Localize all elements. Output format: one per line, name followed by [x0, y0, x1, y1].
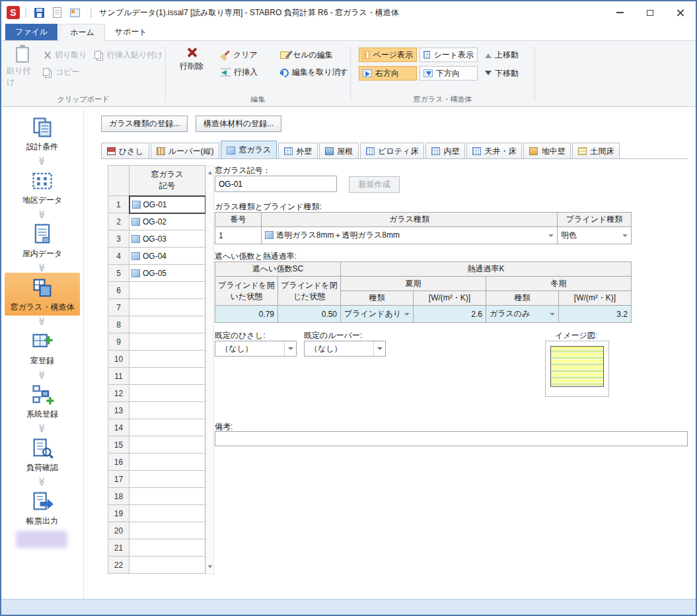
row-number-cell[interactable]: 13: [108, 402, 129, 419]
tab-pilotis-floor[interactable]: ピロティ床: [360, 143, 424, 159]
row-number-cell[interactable]: 16: [108, 454, 129, 471]
sidebar-item-indoor-data[interactable]: 屋内データ: [5, 219, 80, 262]
register-glass-types-button[interactable]: ガラス種類の登録...: [101, 116, 188, 132]
tab-exterior-wall[interactable]: 外壁: [278, 143, 318, 159]
scroll-up-icon[interactable]: [208, 169, 212, 174]
page-view-toggle[interactable]: ページ表示: [359, 48, 417, 62]
row-number-cell[interactable]: 4: [108, 248, 129, 265]
glass-symbol-cell[interactable]: [129, 419, 205, 436]
row-number-cell[interactable]: 3: [108, 230, 129, 248]
default-hisashi-select[interactable]: （なし）: [215, 341, 297, 357]
register-structure-materials-button[interactable]: 構造体材料の登録...: [196, 116, 281, 132]
sidebar-item-district-data[interactable]: 地区データ: [5, 166, 80, 209]
winter-k-value[interactable]: 3.2: [559, 306, 632, 323]
glass-symbol-cell[interactable]: OG-04: [129, 248, 205, 265]
row-number-cell[interactable]: 19: [108, 505, 129, 522]
tab-roof[interactable]: 屋根: [319, 143, 359, 159]
row-number-cell[interactable]: 6: [108, 282, 129, 299]
dropdown-arrow-icon[interactable]: [622, 234, 628, 237]
row-number-cell[interactable]: 5: [108, 265, 129, 282]
tab-home[interactable]: ホーム: [59, 24, 105, 41]
dropdown-arrow-icon[interactable]: [550, 313, 555, 316]
direction-down-toggle[interactable]: 下方向: [420, 66, 478, 81]
sidebar-item-design-conditions[interactable]: 設計条件: [5, 112, 80, 155]
glass-symbol-cell[interactable]: OG-02: [129, 213, 205, 230]
row-number-cell[interactable]: 20: [108, 522, 129, 539]
row-number-cell[interactable]: 2: [108, 213, 129, 230]
summer-type-cell[interactable]: ブラインドあり: [341, 306, 414, 323]
glass-symbol-cell[interactable]: [129, 522, 205, 539]
row-number-cell[interactable]: 17: [108, 471, 129, 488]
row-number-cell[interactable]: 15: [108, 436, 129, 454]
row-number-cell[interactable]: 1: [108, 196, 129, 213]
remarks-input[interactable]: [215, 431, 688, 446]
winter-type-cell[interactable]: ガラスのみ: [486, 306, 559, 323]
maximize-button[interactable]: [635, 1, 665, 24]
default-louver-select[interactable]: （なし）: [304, 341, 386, 357]
glass-symbol-cell[interactable]: [129, 299, 205, 316]
row-number-cell[interactable]: 21: [108, 539, 129, 557]
glass-symbol-cell[interactable]: [129, 454, 205, 471]
blind-type-cell[interactable]: 明色: [558, 227, 632, 244]
glass-symbol-cell[interactable]: [129, 351, 205, 368]
sidebar-item-window-glass-structure[interactable]: 窓ガラス・構造体: [5, 273, 80, 316]
glass-symbol-cell[interactable]: [129, 402, 205, 419]
glass-type-cell[interactable]: 透明ガラス8mm＋透明ガラス8mm: [262, 227, 558, 244]
new-document-button[interactable]: [50, 5, 65, 20]
row-number-cell[interactable]: 10: [108, 351, 129, 368]
tab-underground-wall[interactable]: 地中壁: [523, 143, 571, 159]
tab-interior-wall[interactable]: 内壁: [425, 143, 465, 159]
row-number-cell[interactable]: 14: [108, 419, 129, 436]
insert-paste-button[interactable]: 行挿入貼り付け: [91, 48, 166, 62]
sidebar-item-load-check[interactable]: 負荷確認: [5, 433, 80, 476]
insert-row-button[interactable]: 行挿入: [217, 65, 261, 79]
row-number-cell[interactable]: 18: [108, 488, 129, 505]
tab-louver-vertical[interactable]: ルーバー(縦): [151, 143, 220, 159]
summer-k-value[interactable]: 2.6: [414, 306, 486, 323]
save-button[interactable]: [32, 5, 48, 20]
sidebar-item-system-register[interactable]: 系統登録: [5, 380, 80, 423]
tab-hisashi[interactable]: ひさし: [101, 143, 149, 159]
minimize-button[interactable]: [605, 1, 635, 24]
delete-row-button[interactable]: 行削除: [174, 44, 209, 72]
scroll-down-icon[interactable]: [208, 565, 212, 570]
sc-closed-value[interactable]: 0.50: [278, 306, 341, 323]
dropdown-arrow-icon[interactable]: [284, 341, 296, 356]
tab-window-glass[interactable]: 窓ガラス: [221, 141, 277, 159]
cut-button[interactable]: 切り取り: [40, 48, 91, 62]
close-button[interactable]: [665, 1, 696, 24]
glass-symbol-cell[interactable]: [129, 436, 205, 454]
move-down-button[interactable]: 下移動: [482, 66, 522, 81]
sidebar-item-report-output[interactable]: 帳票出力: [5, 487, 80, 530]
glass-symbol-cell[interactable]: [129, 385, 205, 402]
tab-support[interactable]: サポート: [105, 24, 157, 40]
row-number-cell[interactable]: 12: [108, 385, 129, 402]
tab-file[interactable]: ファイル: [5, 24, 57, 40]
glass-symbol-cell[interactable]: [129, 488, 205, 505]
sc-open-value[interactable]: 0.79: [215, 306, 278, 323]
row-number-cell[interactable]: 9: [108, 333, 129, 351]
sidebar-item-room-register[interactable]: 室登録: [5, 326, 80, 369]
glass-symbol-cell[interactable]: [129, 282, 205, 299]
direction-right-toggle[interactable]: 右方向: [359, 66, 417, 81]
copy-button[interactable]: コピー: [40, 65, 83, 79]
cell-edit-button[interactable]: セルの編集: [277, 48, 336, 62]
dropdown-arrow-icon[interactable]: [373, 341, 385, 356]
row-number-cell[interactable]: 7: [108, 299, 129, 316]
tab-earth-floor[interactable]: 土間床: [572, 143, 620, 159]
glass-row-number[interactable]: 1: [215, 227, 262, 244]
symbol-input[interactable]: [215, 176, 337, 192]
dropdown-arrow-icon[interactable]: [548, 234, 554, 237]
glass-symbol-cell[interactable]: [129, 368, 205, 385]
save-as-button[interactable]: [67, 5, 83, 20]
sheet-view-toggle[interactable]: シート表示: [420, 48, 478, 62]
paste-button[interactable]: 貼り付け: [7, 44, 38, 88]
move-up-button[interactable]: 上移動: [482, 48, 522, 62]
row-number-cell[interactable]: 22: [108, 557, 129, 574]
glass-symbol-cell[interactable]: [129, 539, 205, 557]
glass-symbol-cell[interactable]: OG-05: [129, 265, 205, 282]
undo-edit-button[interactable]: 編集を取り消す: [277, 65, 351, 79]
clear-button[interactable]: クリア: [217, 48, 261, 62]
glass-symbol-cell[interactable]: OG-01: [129, 196, 205, 213]
list-scrollbar[interactable]: [205, 165, 214, 574]
